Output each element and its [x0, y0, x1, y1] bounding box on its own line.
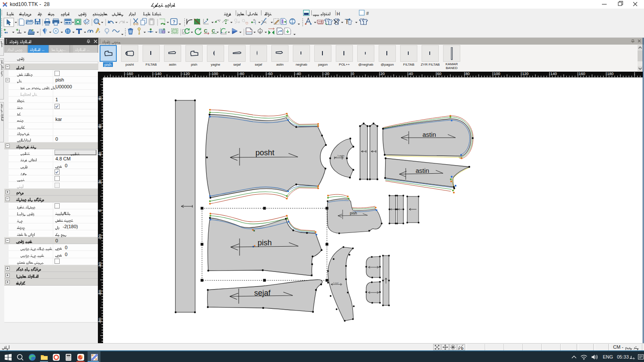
svg-text:D: D — [461, 347, 464, 350]
svg-text:astin: astin — [416, 167, 429, 174]
svg-text:80: 80 — [465, 72, 470, 76]
svg-text:-40: -40 — [98, 262, 102, 268]
svg-text:100: 100 — [494, 72, 500, 76]
svg-text:-20: -20 — [324, 72, 329, 76]
svg-text:-80: -80 — [239, 72, 244, 76]
svg-text:60: 60 — [98, 124, 102, 128]
svg-text:0: 0 — [352, 72, 354, 76]
svg-text:pish: pish — [258, 238, 272, 247]
svg-text:pish: pish — [350, 211, 357, 215]
svg-text:-60: -60 — [98, 290, 102, 296]
svg-text:40: 40 — [409, 72, 413, 76]
svg-text:-120: -120 — [182, 72, 190, 76]
svg-text:posht: posht — [255, 148, 274, 157]
svg-text:-20: -20 — [98, 234, 102, 240]
svg-text:-100: -100 — [210, 72, 218, 76]
svg-text:60: 60 — [437, 72, 441, 76]
svg-text:-40: -40 — [295, 72, 301, 76]
svg-text:40: 40 — [98, 152, 102, 156]
svg-text:1-sejaf: 1-sejaf — [333, 282, 339, 284]
svg-text:160: 160 — [579, 72, 585, 76]
svg-text:-140: -140 — [154, 72, 161, 76]
svg-text:C: C — [212, 28, 215, 33]
svg-text:astin: astin — [422, 131, 436, 138]
svg-text:C: C — [204, 28, 207, 33]
svg-text:-60: -60 — [267, 72, 273, 76]
svg-text:-80: -80 — [98, 318, 102, 323]
svg-text:0: 0 — [98, 210, 102, 212]
svg-text:1-yaghe: 1-yaghe — [337, 155, 345, 157]
svg-text:80: 80 — [98, 96, 102, 100]
svg-text:20: 20 — [98, 180, 102, 184]
svg-text:140: 140 — [550, 72, 557, 76]
svg-text:20: 20 — [380, 72, 385, 76]
svg-text:120: 120 — [522, 72, 529, 76]
svg-text:?: ? — [173, 19, 176, 24]
svg-text:180: 180 — [607, 72, 614, 76]
svg-text:-160: -160 — [125, 72, 133, 76]
